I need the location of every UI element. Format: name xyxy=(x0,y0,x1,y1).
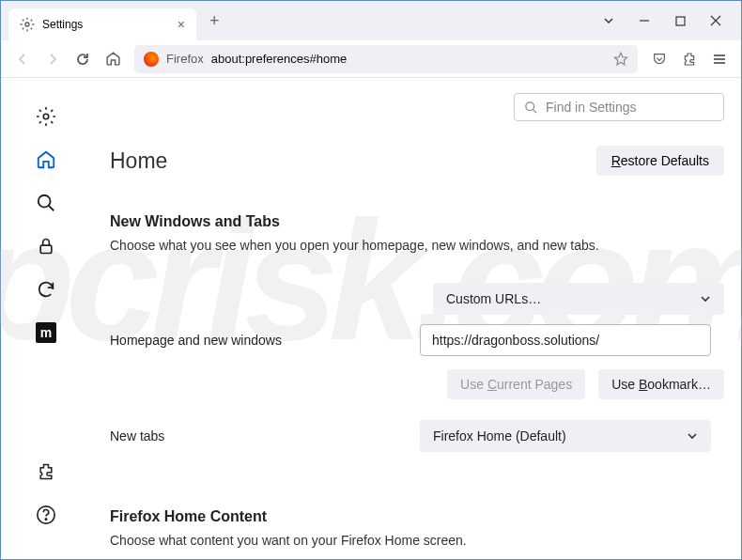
sidebar-extensions-icon[interactable] xyxy=(36,461,56,482)
bookmark-star-icon[interactable] xyxy=(613,52,628,67)
window-controls xyxy=(602,14,734,27)
newtabs-label: New tabs xyxy=(110,428,407,443)
back-icon[interactable] xyxy=(14,51,31,68)
url-host: Firefox xyxy=(166,52,204,66)
svg-line-16 xyxy=(533,109,536,113)
use-current-pages-button[interactable]: Use Current Pages xyxy=(447,369,585,399)
close-window-icon[interactable] xyxy=(709,14,722,27)
gear-icon xyxy=(20,17,35,32)
homepage-mode-dropdown[interactable]: Custom URLs… xyxy=(433,283,724,315)
homepage-url-input[interactable] xyxy=(420,324,711,356)
sidebar-help-icon[interactable] xyxy=(36,505,56,525)
tab-strip: Settings × + xyxy=(1,1,741,40)
section-desc-new-windows: Choose what you see when you open your h… xyxy=(110,238,724,253)
firefox-logo-icon xyxy=(144,52,159,67)
url-path: about:preferences#home xyxy=(211,52,348,66)
use-bookmark-button[interactable]: Use Bookmark… xyxy=(598,369,724,399)
svg-point-9 xyxy=(43,114,49,119)
chevron-down-icon xyxy=(687,430,698,442)
settings-main: Find in Settings Home Restore Defaults N… xyxy=(91,78,741,559)
sidebar-search-icon[interactable] xyxy=(36,193,56,213)
chevron-down-icon xyxy=(700,293,711,304)
close-icon[interactable]: × xyxy=(178,18,185,31)
svg-rect-2 xyxy=(676,17,685,25)
browser-tab[interactable]: Settings × xyxy=(8,8,196,40)
url-bar[interactable]: Firefox about:preferences#home xyxy=(134,45,638,73)
restore-defaults-button[interactable]: Restore Defaults xyxy=(596,146,724,176)
svg-rect-12 xyxy=(40,245,52,253)
minimize-icon[interactable] xyxy=(638,14,651,27)
toolbar: Firefox about:preferences#home xyxy=(1,40,741,78)
svg-point-14 xyxy=(45,519,46,520)
home-icon[interactable] xyxy=(104,51,121,68)
svg-point-15 xyxy=(526,101,534,110)
forward-icon[interactable] xyxy=(44,51,61,68)
settings-sidebar: m xyxy=(1,78,91,559)
sidebar-sync-icon[interactable] xyxy=(36,279,56,300)
section-desc-home-content: Choose what content you want on your Fir… xyxy=(110,533,724,548)
reload-icon[interactable] xyxy=(74,51,91,68)
maximize-icon[interactable] xyxy=(673,14,687,27)
svg-line-11 xyxy=(49,206,54,211)
find-in-settings-input[interactable]: Find in Settings xyxy=(514,93,724,121)
menu-icon[interactable] xyxy=(711,51,728,68)
extensions-icon[interactable] xyxy=(681,51,698,68)
newtabs-dropdown[interactable]: Firefox Home (Default) xyxy=(420,420,711,452)
tab-title: Settings xyxy=(42,18,170,31)
section-title-home-content: Firefox Home Content xyxy=(110,508,724,525)
search-placeholder: Find in Settings xyxy=(546,100,637,115)
svg-marker-5 xyxy=(614,53,626,65)
svg-point-0 xyxy=(25,23,29,26)
svg-point-10 xyxy=(39,195,51,208)
sidebar-home-icon[interactable] xyxy=(36,149,56,170)
chevron-down-icon[interactable] xyxy=(602,14,615,27)
sidebar-general-icon[interactable] xyxy=(36,106,56,127)
sidebar-more-icon[interactable]: m xyxy=(36,322,56,343)
pocket-icon[interactable] xyxy=(651,51,668,68)
sidebar-privacy-icon[interactable] xyxy=(36,236,56,257)
page-title: Home xyxy=(110,148,167,174)
new-tab-button[interactable]: + xyxy=(204,8,225,35)
homepage-label: Homepage and new windows xyxy=(110,333,407,348)
section-title-new-windows: New Windows and Tabs xyxy=(110,213,724,230)
